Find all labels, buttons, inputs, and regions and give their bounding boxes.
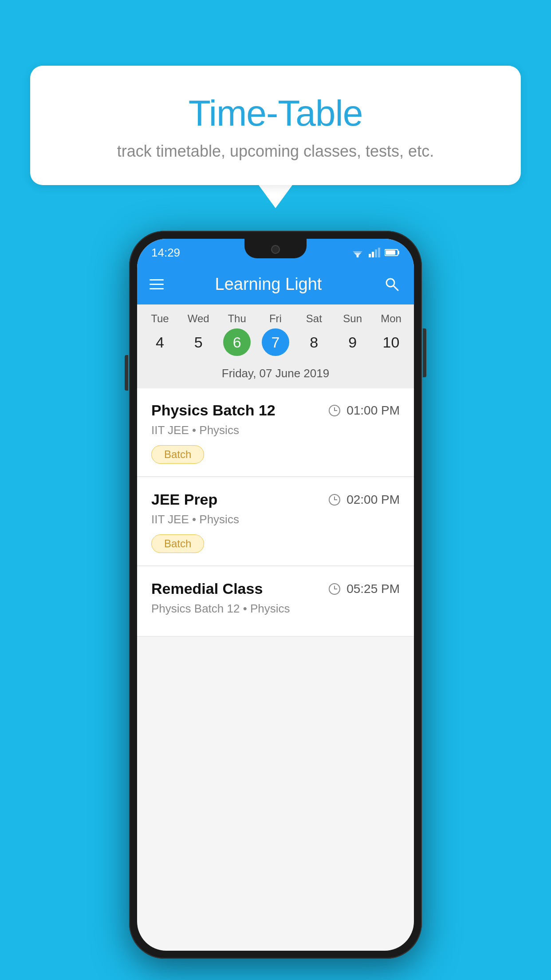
clock-icon xyxy=(329,583,340,595)
batch-tag: Batch xyxy=(151,445,204,464)
svg-rect-6 xyxy=(375,249,377,257)
calendar-day-col[interactable]: Thu6 xyxy=(219,312,255,356)
day-number[interactable]: 4 xyxy=(146,328,173,356)
speech-bubble-section: Time-Table track timetable, upcoming cla… xyxy=(30,66,521,208)
svg-rect-9 xyxy=(398,251,399,254)
clock-icon xyxy=(329,494,340,506)
day-number[interactable]: 10 xyxy=(377,328,405,356)
batch-tag: Batch xyxy=(151,534,204,553)
front-camera xyxy=(271,245,280,254)
svg-rect-7 xyxy=(378,248,380,257)
hamburger-line-3 xyxy=(150,288,164,289)
svg-rect-4 xyxy=(369,254,371,257)
svg-rect-5 xyxy=(372,252,374,257)
calendar-day-col[interactable]: Mon10 xyxy=(373,312,409,356)
time-text: 02:00 PM xyxy=(346,493,400,507)
app-bar-title: Learning Light xyxy=(165,275,371,294)
menu-button[interactable] xyxy=(150,279,164,289)
battery-icon xyxy=(385,249,400,257)
day-label: Wed xyxy=(188,312,209,325)
status-time: 14:29 xyxy=(151,246,180,260)
schedule-item-time: 05:25 PM xyxy=(329,582,400,596)
day-label: Sun xyxy=(343,312,362,325)
schedule-item-title: Physics Batch 12 xyxy=(151,402,276,419)
schedule-item-subtitle: IIT JEE • Physics xyxy=(151,423,400,437)
day-number[interactable]: 5 xyxy=(185,328,212,356)
phone-notch xyxy=(244,239,307,258)
speech-bubble-title: Time-Table xyxy=(48,92,503,134)
calendar-strip: Tue4Wed5Thu6Fri7Sat8Sun9Mon10 Friday, 07… xyxy=(137,304,414,388)
phone-screen: 14:29 xyxy=(137,239,414,951)
schedule-item[interactable]: Remedial Class05:25 PMPhysics Batch 12 •… xyxy=(137,567,414,636)
schedule-list: Physics Batch 1201:00 PMIIT JEE • Physic… xyxy=(137,388,414,637)
day-label: Sat xyxy=(306,312,322,325)
time-text: 01:00 PM xyxy=(346,403,400,418)
schedule-item-subtitle: Physics Batch 12 • Physics xyxy=(151,602,400,616)
schedule-item[interactable]: Physics Batch 1201:00 PMIIT JEE • Physic… xyxy=(137,388,414,477)
search-button[interactable] xyxy=(382,274,401,294)
day-number[interactable]: 7 xyxy=(262,328,289,356)
calendar-day-col[interactable]: Sat8 xyxy=(296,312,332,356)
speech-bubble-card: Time-Table track timetable, upcoming cla… xyxy=(30,66,521,185)
time-text: 05:25 PM xyxy=(346,582,400,596)
day-number[interactable]: 9 xyxy=(339,328,366,356)
wifi-icon xyxy=(351,248,364,257)
app-bar: Learning Light xyxy=(137,264,414,304)
clock-icon xyxy=(329,405,340,416)
calendar-day-col[interactable]: Fri7 xyxy=(258,312,293,356)
schedule-item-header: Physics Batch 1201:00 PM xyxy=(151,402,400,419)
schedule-item-title: JEE Prep xyxy=(151,491,217,508)
schedule-item-subtitle: IIT JEE • Physics xyxy=(151,513,400,526)
schedule-item-title: Remedial Class xyxy=(151,580,263,597)
status-icons xyxy=(351,248,400,257)
speech-bubble-arrow xyxy=(259,185,292,208)
day-label: Thu xyxy=(228,312,246,325)
calendar-day-col[interactable]: Wed5 xyxy=(181,312,216,356)
calendar-date-label: Friday, 07 June 2019 xyxy=(137,361,414,388)
calendar-day-col[interactable]: Tue4 xyxy=(142,312,177,356)
schedule-item-header: Remedial Class05:25 PM xyxy=(151,580,400,597)
svg-line-12 xyxy=(394,286,398,290)
day-label: Tue xyxy=(151,312,169,325)
hamburger-line-2 xyxy=(150,284,164,285)
schedule-item-header: JEE Prep02:00 PM xyxy=(151,491,400,508)
speech-bubble-subtitle: track timetable, upcoming classes, tests… xyxy=(48,142,503,161)
day-number[interactable]: 6 xyxy=(223,328,251,356)
search-icon xyxy=(384,276,400,292)
hamburger-line-1 xyxy=(150,279,164,281)
calendar-days-row: Tue4Wed5Thu6Fri7Sat8Sun9Mon10 xyxy=(137,312,414,356)
calendar-day-col[interactable]: Sun9 xyxy=(335,312,370,356)
day-number[interactable]: 8 xyxy=(300,328,328,356)
signal-icon xyxy=(369,248,380,257)
svg-rect-10 xyxy=(386,250,395,255)
phone-mockup: 14:29 xyxy=(129,231,422,959)
day-label: Fri xyxy=(269,312,282,325)
schedule-item-time: 01:00 PM xyxy=(329,403,400,418)
schedule-item-time: 02:00 PM xyxy=(329,493,400,507)
schedule-item[interactable]: JEE Prep02:00 PMIIT JEE • PhysicsBatch xyxy=(137,478,414,566)
phone-outer-frame: 14:29 xyxy=(129,231,422,959)
day-label: Mon xyxy=(381,312,401,325)
